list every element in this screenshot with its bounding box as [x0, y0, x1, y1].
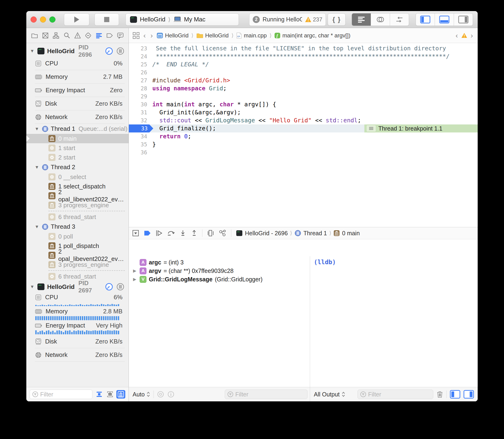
disclosure-triangle-icon[interactable]: ▼ — [34, 126, 39, 132]
hide-debug-area-button[interactable] — [132, 230, 139, 237]
variables-scope-popup[interactable]: Auto — [133, 391, 150, 398]
related-items-icon[interactable] — [133, 32, 140, 39]
code-text[interactable]: Grid_finalize(); — [152, 124, 216, 133]
code-text[interactable]: /* END LEGAL */ — [152, 61, 209, 68]
debug-area-toggle-button[interactable] — [435, 13, 454, 26]
navigator-tab-find[interactable] — [63, 32, 71, 39]
code-text[interactable]: int main(int argc, char * argv[]) { — [152, 100, 276, 109]
thread-row[interactable]: ▼ Thread 1Queue:...d (serial) — [26, 124, 129, 134]
assistant-editor-button[interactable] — [371, 13, 390, 26]
code-text[interactable]: } — [152, 140, 156, 148]
navigator-tab-breakpoints[interactable] — [105, 32, 114, 39]
disclosure-triangle-icon[interactable]: ▼ — [30, 284, 35, 289]
line-number[interactable]: 26 — [129, 68, 151, 76]
version-editor-button[interactable] — [390, 13, 409, 26]
stack-frame-row[interactable]: 2 start — [26, 153, 129, 162]
gauge-row-network[interactable]: NetworkZero KB/s — [26, 348, 129, 362]
line-number[interactable]: 32 — [129, 116, 151, 124]
jumpbar-item-project[interactable]: HelloGrid — [157, 32, 188, 39]
line-number[interactable]: 31 — [129, 109, 151, 116]
gauge-row-energy-impact[interactable]: Energy ImpactVery High — [26, 321, 129, 335]
console-output-popup[interactable]: All Output — [314, 391, 345, 398]
standard-editor-button[interactable] — [352, 13, 371, 26]
filter-frames-button[interactable] — [105, 390, 115, 399]
step-over-button[interactable] — [167, 230, 175, 236]
line-number[interactable]: 24 — [129, 52, 151, 61]
gauge-row-energy-impact[interactable]: Energy ImpactZero — [26, 84, 129, 97]
gauge-row-cpu[interactable]: CPU0% — [26, 57, 129, 70]
info-icon[interactable] — [167, 391, 175, 398]
disclosure-triangle-icon[interactable]: ▼ — [34, 224, 39, 229]
variable-row[interactable]: ▶ V Grid::GridLogMessage(Grid::GridLogge… — [129, 275, 310, 283]
navigator-tab-source-control[interactable] — [41, 32, 49, 39]
line-number[interactable]: 28 — [129, 85, 151, 92]
navigator-tab-tests[interactable] — [84, 32, 92, 39]
gauge-button[interactable] — [105, 47, 113, 55]
variable-row[interactable]: A argc= (int) 3 — [129, 258, 310, 267]
next-issue-button[interactable]: › — [470, 32, 474, 39]
disclosure-triangle-icon[interactable]: ▶ — [132, 268, 137, 273]
stack-frame-row[interactable]: 2 opal_libevent2022_ev… — [26, 191, 129, 200]
variables-view[interactable]: A argc= (int) 3 ▶ A argv= (char **) 0x7f… — [129, 256, 310, 387]
zoom-button[interactable] — [49, 16, 56, 23]
stack-frame-row[interactable]: 3 progress_engine — [26, 260, 129, 269]
line-number[interactable]: 27 — [129, 76, 151, 85]
code-text[interactable]: using namespace Grid; — [152, 85, 227, 92]
warning-icon[interactable] — [461, 33, 467, 38]
scheme-selector[interactable]: HelloGrid ⟩ My Mac — [126, 13, 239, 26]
navigator-tab-issues[interactable] — [74, 32, 82, 39]
jumpbar-item-group[interactable]: HelloGrid — [196, 32, 229, 39]
gauge-row-memory[interactable]: Memory2.7 MB — [26, 70, 129, 84]
jumpbar-item-symbol[interactable]: f main(int argc, char * argv[]) — [274, 32, 350, 39]
process-row[interactable]: ▼ HelloGridPID 2697 — [26, 281, 129, 293]
profile-button[interactable] — [116, 283, 124, 291]
variables-view-toggle[interactable] — [450, 390, 460, 399]
breadcrumb-thread[interactable]: Thread 1 — [304, 230, 327, 237]
breadcrumb-process[interactable]: HelloGrid - 2696 — [245, 230, 288, 237]
forward-button[interactable]: › — [150, 32, 154, 39]
variables-filter-field[interactable]: Filter — [225, 390, 307, 399]
navigator-filter-field[interactable]: Filter — [30, 390, 92, 399]
breadcrumb-frame[interactable]: 0 main — [342, 230, 360, 237]
code-text[interactable]: #include <Grid/Grid.h> — [152, 76, 230, 85]
gauge-row-disk[interactable]: DiskZero KB/s — [26, 335, 129, 348]
breakpoint-badge[interactable]: 33 — [129, 124, 153, 133]
variable-row[interactable]: ▶ A argv= (char **) 0x7ffee9039c28 — [129, 267, 310, 275]
source-editor[interactable]: 23 See the full license in the file "LIC… — [129, 43, 478, 227]
stack-frame-row[interactable]: 0 main — [26, 134, 129, 143]
navigator-tab-debug[interactable] — [95, 32, 103, 39]
stack-frame-row[interactable]: 0 __select — [26, 172, 129, 182]
issues-summary[interactable]: 237 — [305, 16, 322, 23]
clear-console-button[interactable] — [436, 391, 443, 398]
view-hierarchy-button[interactable] — [207, 230, 214, 237]
stack-frame-row[interactable]: 2 opal_libevent2022_ev… — [26, 251, 129, 260]
step-out-button[interactable] — [191, 230, 198, 236]
continue-button[interactable] — [156, 230, 163, 236]
process-row[interactable]: ▼ HelloGridPID 2696 — [26, 45, 129, 57]
stack-frame-row[interactable]: 1 start — [26, 143, 129, 153]
navigator-tab-project[interactable] — [31, 32, 38, 39]
back-button[interactable]: ‹ — [142, 32, 147, 39]
line-number[interactable]: 36 — [129, 148, 151, 157]
disclosure-triangle-icon[interactable]: ▼ — [34, 165, 39, 170]
line-number[interactable]: 29 — [129, 92, 151, 100]
profile-button[interactable] — [116, 47, 124, 55]
gauge-row-cpu[interactable]: CPU6% — [26, 293, 129, 306]
memory-graph-button[interactable] — [219, 230, 226, 237]
code-review-button[interactable]: { } — [328, 13, 346, 26]
minimize-button[interactable] — [40, 16, 46, 23]
line-number[interactable]: 35 — [129, 140, 151, 148]
breakpoints-toggle-button[interactable] — [144, 230, 151, 236]
code-text[interactable]: Grid_init(&argc,&argv); — [152, 109, 241, 116]
gauge-row-memory[interactable]: Memory2.8 MB — [26, 306, 129, 321]
step-into-button[interactable] — [180, 230, 186, 236]
gauge-button[interactable] — [105, 283, 113, 291]
run-button[interactable] — [64, 13, 89, 26]
stack-frame-row[interactable]: 3 progress_engine — [26, 200, 129, 210]
stack-frame-row[interactable]: 6 thread_start — [26, 272, 129, 281]
breakpoint-annotation[interactable]: Thread 1: breakpoint 1.1 — [364, 124, 478, 133]
navigator-tab-reports[interactable] — [116, 32, 124, 39]
thread-row[interactable]: ▼ Thread 2 — [26, 162, 129, 172]
activity-viewer[interactable]: 2 Running HelloGrid 237 — [249, 13, 326, 26]
console-view-toggle[interactable] — [464, 390, 474, 399]
